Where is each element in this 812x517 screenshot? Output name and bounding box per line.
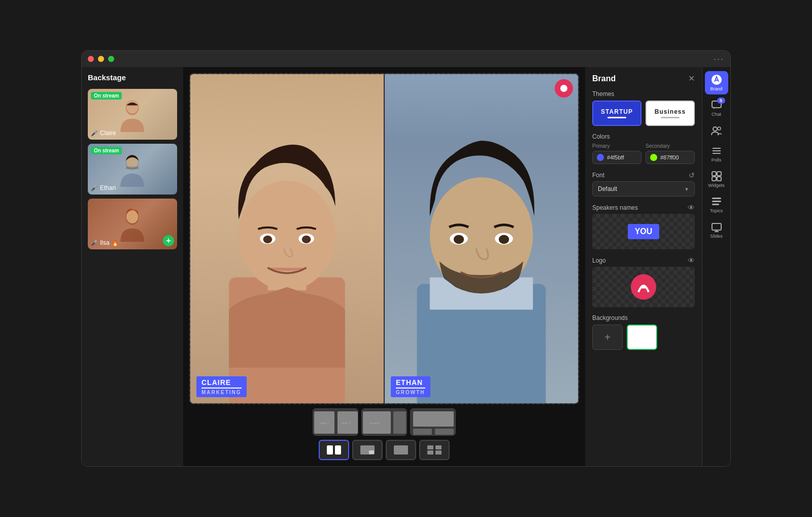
svg-rect-54 xyxy=(712,177,716,181)
svg-text:slide 1: slide 1 xyxy=(320,422,329,425)
slides-label: Slides xyxy=(710,234,723,239)
sidebar-item-participants[interactable] xyxy=(705,122,728,140)
backstage-panel: Backstage On stream 🎤 Claire xyxy=(82,67,183,466)
svg-point-13 xyxy=(302,236,311,243)
sidebar-item-slides[interactable]: Slides xyxy=(705,218,728,242)
font-section: Font ↺ Default ▼ xyxy=(592,171,695,197)
svg-text:content: content xyxy=(369,422,380,425)
theme-business-button[interactable]: Business xyxy=(646,101,695,126)
layout-selector xyxy=(189,440,579,460)
participants-icon xyxy=(711,125,722,136)
svg-rect-41 xyxy=(427,450,433,455)
backgrounds-section: Backgrounds + xyxy=(592,314,695,350)
svg-point-20 xyxy=(499,235,509,244)
svg-rect-34 xyxy=(327,445,333,455)
themes-row: STARTUP Business xyxy=(592,101,695,126)
theme-startup-bar xyxy=(607,117,627,118)
speakers-names-visibility-button[interactable]: 👁 xyxy=(688,204,695,212)
logo-row: Logo 👁 xyxy=(592,256,695,265)
center-stage: CLAIRE MARKETING xyxy=(183,67,585,466)
layout-thumb-2[interactable]: content xyxy=(361,408,407,436)
speakers-names-row: Speakers names 👁 xyxy=(592,204,695,212)
maximize-dot[interactable] xyxy=(108,56,114,62)
svg-point-47 xyxy=(713,127,717,131)
logo-circle xyxy=(631,274,656,300)
participant-card-ilsa[interactable]: 🎤 Ilsa 🔥 + xyxy=(88,199,177,249)
layout-btn-solo[interactable] xyxy=(386,440,416,460)
svg-rect-38 xyxy=(394,445,408,455)
svg-rect-58 xyxy=(712,204,719,205)
sidebar-item-topics[interactable]: Topics xyxy=(705,193,728,216)
svg-rect-56 xyxy=(712,198,721,199)
background-thumb-1[interactable] xyxy=(627,325,657,350)
ethan-name-text: ETHAN xyxy=(396,378,425,386)
themes-label: Themes xyxy=(592,90,695,98)
secondary-label: Secondary xyxy=(646,143,695,149)
svg-rect-35 xyxy=(335,445,341,455)
panel-title: Brand xyxy=(592,74,616,83)
svg-rect-32 xyxy=(413,429,432,435)
theme-startup-button[interactable]: STARTUP xyxy=(592,101,641,126)
record-button[interactable] xyxy=(555,79,573,98)
mic-icon-ilsa: 🎤 xyxy=(91,240,98,246)
layout-btn-grid[interactable] xyxy=(419,440,450,460)
secondary-color-dot xyxy=(650,154,657,161)
sidebar-item-widgets[interactable]: Widgets xyxy=(705,168,728,191)
primary-color-item: Primary #4f5bff xyxy=(592,143,641,164)
you-badge: YOU xyxy=(628,224,660,239)
svg-rect-37 xyxy=(369,450,374,454)
layout-btn-pip[interactable] xyxy=(352,440,383,460)
close-dot[interactable] xyxy=(88,56,94,62)
font-select-dropdown[interactable]: Default ▼ xyxy=(592,181,695,197)
layout-thumb-3[interactable] xyxy=(410,408,456,436)
topics-icon xyxy=(711,196,722,207)
colors-label: Colors xyxy=(592,133,695,140)
speakers-names-preview: YOU xyxy=(592,214,695,249)
chat-icon-wrapper: 5 xyxy=(711,100,722,111)
close-panel-button[interactable]: ✕ xyxy=(688,75,695,83)
colors-section: Colors Primary #4f5bff Secondary #87f xyxy=(592,133,695,164)
ethan-role-text: GROWTH xyxy=(396,387,425,395)
primary-label: Primary xyxy=(592,143,641,149)
svg-rect-53 xyxy=(717,172,721,176)
sidebar-item-polls[interactable]: Polls xyxy=(705,142,728,166)
logo-label: Logo xyxy=(592,257,606,264)
name-lower-third-claire: CLAIRE MARKETING xyxy=(196,376,247,397)
layout-thumbnails: slide 1 slide 2 content xyxy=(189,408,579,436)
secondary-color-button[interactable]: #87ff00 xyxy=(646,151,695,164)
polls-icon xyxy=(711,145,722,156)
speakers-names-section: Speakers names 👁 YOU xyxy=(592,204,695,249)
themes-section: Themes STARTUP Business xyxy=(592,90,695,126)
svg-rect-57 xyxy=(712,201,721,202)
video-face-claire xyxy=(190,74,384,403)
backgrounds-row: + xyxy=(592,325,695,350)
primary-color-dot xyxy=(597,154,604,161)
panel-header: Brand ✕ xyxy=(592,74,695,83)
minimize-dot[interactable] xyxy=(98,56,104,62)
svg-rect-40 xyxy=(435,445,442,449)
logo-visibility-button[interactable]: 👁 xyxy=(688,256,695,265)
logo-preview[interactable] xyxy=(592,267,695,307)
primary-color-button[interactable]: #4f5bff xyxy=(592,151,641,164)
add-background-button[interactable]: + xyxy=(592,325,623,350)
svg-rect-4 xyxy=(126,167,139,169)
sidebar-item-brand[interactable]: Brand xyxy=(705,71,728,94)
svg-rect-33 xyxy=(435,429,454,435)
participant-card-ethan[interactable]: On stream 🎤 Ethan xyxy=(88,144,177,195)
participant-name-ethan: 🎤 Ethan xyxy=(91,184,116,191)
participant-card-claire[interactable]: On stream 🎤 Claire xyxy=(88,89,177,140)
layout-thumb-1[interactable]: slide 1 slide 2 xyxy=(313,408,358,436)
font-row: Font ↺ xyxy=(592,171,695,179)
name-lower-third-ethan: ETHAN GROWTH xyxy=(391,376,430,397)
speakers-names-label: Speakers names xyxy=(592,204,638,211)
add-to-stream-button-ilsa[interactable]: + xyxy=(163,235,174,246)
right-sidebar: Brand 5 Chat xyxy=(702,67,730,466)
svg-point-19 xyxy=(454,235,464,244)
sidebar-item-chat[interactable]: 5 Chat xyxy=(705,96,728,120)
brand-panel: Brand ✕ Themes STARTUP Business xyxy=(585,67,702,466)
brand-icon xyxy=(711,74,722,85)
layout-btn-split[interactable] xyxy=(319,440,349,460)
main-content: Backstage On stream 🎤 Claire xyxy=(82,67,730,466)
video-slot-ethan: ETHAN GROWTH xyxy=(385,74,578,403)
font-reset-button[interactable]: ↺ xyxy=(689,171,695,179)
